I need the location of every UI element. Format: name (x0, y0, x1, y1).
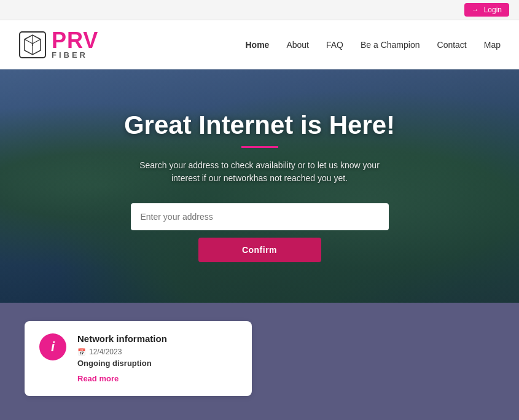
nav-item-map[interactable]: Map (484, 40, 501, 50)
login-label: Login (484, 6, 502, 14)
calendar-icon (77, 348, 86, 356)
nav-item-champion[interactable]: Be a Champion (361, 40, 420, 50)
nav-item-home[interactable]: Home (245, 40, 269, 50)
info-card-date-text: 12/4/2023 (89, 348, 122, 356)
info-icon-letter: i (51, 339, 55, 355)
info-card-body: Network information 12/4/2023 Ongoing di… (77, 333, 167, 384)
nav-item-about[interactable]: About (286, 40, 309, 50)
site-header: PRV FIBER Home About FAQ Be a Champion C… (0, 20, 519, 69)
lower-section: i Network information 12/4/2023 Ongoing … (0, 303, 519, 420)
svg-line-4 (33, 39, 41, 44)
svg-line-3 (25, 39, 33, 44)
top-bar: Login (0, 0, 519, 20)
main-nav: Home About FAQ Be a Champion Contact Map (245, 40, 501, 50)
logo-prv-text: PRV (52, 29, 98, 52)
info-card-description: Ongoing disruption (77, 359, 167, 368)
read-more-link[interactable]: Read more (77, 374, 119, 383)
login-button[interactable]: Login (464, 3, 509, 17)
nav-item-contact[interactable]: Contact (437, 40, 467, 50)
info-card-date: 12/4/2023 (77, 348, 167, 356)
info-card-title: Network information (77, 333, 167, 344)
login-icon (472, 6, 481, 14)
hero-section: Great Internet is Here! Search your addr… (0, 69, 519, 303)
logo-area: PRV FIBER (18, 29, 98, 60)
logo-fiber-text: FIBER (52, 50, 98, 60)
hero-accent-line (241, 146, 278, 148)
read-more-label: Read more (77, 374, 119, 383)
logo-text-block: PRV FIBER (52, 29, 98, 60)
info-card: i Network information 12/4/2023 Ongoing … (25, 321, 252, 396)
confirm-button[interactable]: Confirm (198, 238, 321, 262)
info-icon: i (39, 333, 66, 360)
hero-title: Great Internet is Here! (12, 111, 507, 140)
hero-subtitle: Search your address to check availabilit… (125, 159, 395, 185)
address-search-input[interactable] (131, 203, 389, 230)
logo-cube-icon (18, 31, 47, 59)
confirm-label: Confirm (242, 245, 277, 255)
nav-item-faq[interactable]: FAQ (326, 40, 343, 50)
hero-content: Great Internet is Here! Search your addr… (0, 111, 519, 262)
